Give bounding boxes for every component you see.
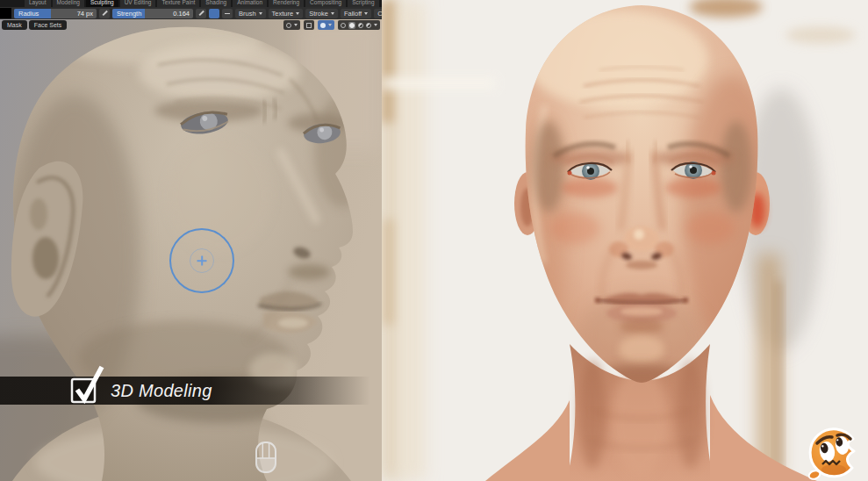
sculpt-viewport[interactable]: Mask Face Sets	[0, 19, 382, 481]
radius-slider[interactable]: Radius 74 px	[14, 9, 97, 18]
mouse-icon	[254, 441, 280, 476]
shading-mode-cluster	[338, 20, 380, 30]
tool-settings-bar: Radius 74 px Strength 0.164 Brush Textur…	[0, 7, 382, 19]
solid-shading-icon	[349, 23, 355, 28]
stroke-dropdown[interactable]: Stroke	[305, 9, 338, 18]
strength-slider[interactable]: Strength 0.164	[112, 9, 193, 18]
falloff-dropdown-label: Falloff	[344, 10, 362, 18]
chevron-down-icon	[296, 12, 299, 15]
brush-dropdown[interactable]: Brush	[235, 9, 266, 18]
chevron-down-icon	[328, 24, 332, 26]
brush-dropdown-label: Brush	[239, 10, 256, 18]
video-frame: Layout Modeling Sculpting UV Editing Tex…	[0, 0, 868, 481]
workspace-tab-shading[interactable]: Shading	[201, 0, 231, 7]
chevron-down-icon	[374, 24, 377, 26]
radius-value: 74 px	[77, 9, 93, 18]
workspace-tabbar: Layout Modeling Sculpting UV Editing Tex…	[0, 0, 382, 7]
workspace-tab-modeling[interactable]: Modeling	[53, 0, 84, 7]
workspace-tab-scripting[interactable]: Scripting	[348, 0, 378, 7]
blender-panel: Layout Modeling Sculpting UV Editing Tex…	[0, 0, 382, 481]
workspace-tab-rendering[interactable]: Rendering	[269, 0, 304, 7]
wireframe-shading-icon[interactable]	[341, 23, 346, 28]
workspace-tab-compositing[interactable]: Compositing	[305, 0, 346, 7]
chevron-down-icon	[364, 12, 368, 15]
tool-icon-placeholder	[0, 8, 11, 18]
solid-shading-active[interactable]	[348, 22, 355, 29]
render-preview-panel	[382, 0, 868, 481]
gizmo-icon	[286, 23, 291, 28]
direction-toggle[interactable]	[222, 9, 233, 18]
workspace-tab-animation[interactable]: Animation	[233, 0, 267, 7]
viewport-header-icons	[283, 20, 380, 30]
workspace-tab-layout[interactable]: Layout	[25, 0, 51, 7]
pencil-icon	[198, 11, 204, 16]
texture-dropdown[interactable]: Texture	[269, 9, 304, 18]
stroke-dropdown-label: Stroke	[309, 10, 328, 18]
brush-cursor-circle	[169, 228, 234, 293]
chevron-down-icon	[259, 12, 262, 15]
pressure-toggle[interactable]	[209, 9, 219, 18]
mascot-logo	[803, 424, 868, 481]
strength-animate-button[interactable]	[196, 9, 206, 18]
caption-banner: 3D Modeling	[0, 377, 382, 405]
workspace-tab-uv-editing[interactable]: UV Editing	[120, 0, 156, 7]
material-preview-icon[interactable]	[358, 23, 363, 28]
strength-label: Strength	[117, 9, 141, 18]
caption-text: 3D Modeling	[111, 377, 212, 405]
viewport-mode-tabs: Mask Face Sets	[2, 20, 67, 30]
xray-toggle-button[interactable]	[304, 20, 314, 30]
gizmo-dropdown-button[interactable]	[283, 20, 300, 30]
workspace-tab-sculpting[interactable]: Sculpting	[86, 0, 118, 7]
minus-icon	[225, 13, 230, 15]
overlays-icon	[320, 23, 326, 28]
chevron-down-icon	[331, 12, 334, 15]
brush-crosshair	[201, 256, 203, 266]
radius-label: Radius	[18, 9, 39, 18]
overlays-dropdown-button[interactable]	[318, 20, 334, 30]
chevron-down-icon	[294, 24, 298, 26]
radius-animate-button[interactable]	[99, 9, 110, 18]
mask-tab[interactable]: Mask	[2, 20, 27, 30]
xray-icon	[306, 23, 312, 28]
rendered-head-image	[382, 0, 868, 481]
rendered-shading-icon[interactable]	[366, 23, 371, 28]
texture-dropdown-label: Texture	[272, 10, 294, 18]
face-sets-tab[interactable]: Face Sets	[29, 20, 68, 30]
workspace-tab-texture-paint[interactable]: Texture Paint	[157, 0, 199, 7]
pencil-icon	[102, 11, 107, 16]
strength-value: 0.164	[173, 9, 190, 18]
falloff-dropdown[interactable]: Falloff	[341, 9, 371, 18]
checkbox-icon	[67, 363, 105, 409]
